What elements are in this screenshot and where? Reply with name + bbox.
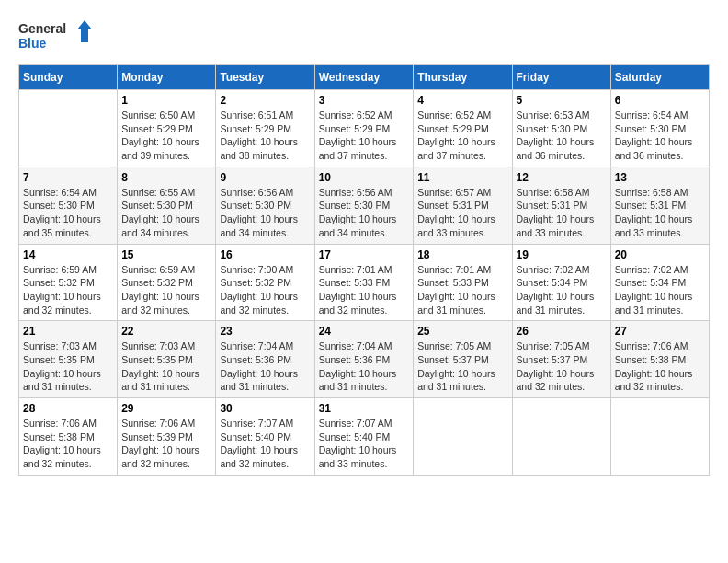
logo-svg: General Blue bbox=[18, 18, 92, 55]
day-info: Sunrise: 7:06 AM Sunset: 5:38 PM Dayligh… bbox=[23, 417, 113, 471]
day-info: Sunrise: 7:03 AM Sunset: 5:35 PM Dayligh… bbox=[23, 339, 113, 394]
calendar-cell: 22Sunrise: 7:03 AM Sunset: 5:35 PM Dayli… bbox=[118, 321, 216, 398]
calendar-cell: 13Sunrise: 6:58 AM Sunset: 5:31 PM Dayli… bbox=[610, 167, 709, 244]
header: General Blue bbox=[18, 18, 710, 55]
calendar-cell: 26Sunrise: 7:05 AM Sunset: 5:37 PM Dayli… bbox=[512, 321, 610, 398]
day-number: 24 bbox=[319, 325, 410, 338]
calendar-cell: 31Sunrise: 7:07 AM Sunset: 5:40 PM Dayli… bbox=[314, 398, 414, 476]
day-info: Sunrise: 7:05 AM Sunset: 5:37 PM Dayligh… bbox=[517, 339, 607, 394]
calendar-cell: 24Sunrise: 7:04 AM Sunset: 5:36 PM Dayli… bbox=[314, 321, 414, 398]
calendar-cell: 23Sunrise: 7:04 AM Sunset: 5:36 PM Dayli… bbox=[216, 321, 314, 398]
calendar-cell: 4Sunrise: 6:52 AM Sunset: 5:29 PM Daylig… bbox=[414, 90, 512, 167]
calendar-cell: 21Sunrise: 7:03 AM Sunset: 5:35 PM Dayli… bbox=[19, 321, 118, 398]
calendar-cell: 10Sunrise: 6:56 AM Sunset: 5:30 PM Dayli… bbox=[314, 167, 414, 244]
calendar-cell: 14Sunrise: 6:59 AM Sunset: 5:32 PM Dayli… bbox=[19, 244, 118, 321]
calendar-cell: 25Sunrise: 7:05 AM Sunset: 5:37 PM Dayli… bbox=[414, 321, 512, 398]
day-number: 5 bbox=[517, 94, 607, 107]
calendar-body: 1Sunrise: 6:50 AM Sunset: 5:29 PM Daylig… bbox=[19, 90, 710, 476]
calendar-cell: 17Sunrise: 7:01 AM Sunset: 5:33 PM Dayli… bbox=[314, 244, 414, 321]
day-number: 23 bbox=[220, 325, 310, 338]
calendar-header: SundayMondayTuesdayWednesdayThursdayFrid… bbox=[19, 65, 710, 90]
calendar-cell: 9Sunrise: 6:56 AM Sunset: 5:30 PM Daylig… bbox=[216, 167, 314, 244]
day-info: Sunrise: 7:01 AM Sunset: 5:33 PM Dayligh… bbox=[417, 263, 507, 317]
day-info: Sunrise: 6:52 AM Sunset: 5:29 PM Dayligh… bbox=[417, 109, 507, 163]
day-info: Sunrise: 6:50 AM Sunset: 5:29 PM Dayligh… bbox=[121, 109, 211, 163]
day-info: Sunrise: 6:59 AM Sunset: 5:32 PM Dayligh… bbox=[23, 263, 113, 317]
day-number: 29 bbox=[121, 402, 211, 415]
calendar-week-4: 21Sunrise: 7:03 AM Sunset: 5:35 PM Dayli… bbox=[19, 321, 710, 398]
day-info: Sunrise: 6:55 AM Sunset: 5:30 PM Dayligh… bbox=[121, 186, 211, 240]
day-info: Sunrise: 6:54 AM Sunset: 5:30 PM Dayligh… bbox=[615, 109, 705, 163]
day-number: 15 bbox=[121, 248, 211, 261]
day-info: Sunrise: 7:02 AM Sunset: 5:34 PM Dayligh… bbox=[517, 263, 607, 317]
svg-text:Blue: Blue bbox=[18, 36, 47, 51]
weekday-header-tuesday: Tuesday bbox=[216, 65, 314, 90]
day-number: 10 bbox=[319, 171, 410, 184]
calendar-cell: 7Sunrise: 6:54 AM Sunset: 5:30 PM Daylig… bbox=[19, 167, 118, 244]
day-number: 21 bbox=[23, 325, 113, 338]
calendar-cell: 12Sunrise: 6:58 AM Sunset: 5:31 PM Dayli… bbox=[512, 167, 610, 244]
day-number: 17 bbox=[319, 248, 410, 261]
day-number: 14 bbox=[23, 248, 113, 261]
calendar-cell: 28Sunrise: 7:06 AM Sunset: 5:38 PM Dayli… bbox=[19, 398, 118, 476]
calendar-cell: 20Sunrise: 7:02 AM Sunset: 5:34 PM Dayli… bbox=[610, 244, 709, 321]
day-info: Sunrise: 6:56 AM Sunset: 5:30 PM Dayligh… bbox=[319, 186, 410, 240]
day-number: 12 bbox=[517, 171, 607, 184]
day-number: 9 bbox=[220, 171, 310, 184]
day-info: Sunrise: 7:02 AM Sunset: 5:34 PM Dayligh… bbox=[615, 263, 705, 317]
weekday-header-wednesday: Wednesday bbox=[314, 65, 414, 90]
calendar-cell bbox=[414, 398, 512, 476]
calendar-cell: 3Sunrise: 6:52 AM Sunset: 5:29 PM Daylig… bbox=[314, 90, 414, 167]
day-number: 28 bbox=[23, 402, 113, 415]
day-info: Sunrise: 6:51 AM Sunset: 5:29 PM Dayligh… bbox=[220, 109, 310, 163]
day-number: 3 bbox=[319, 94, 410, 107]
calendar-cell bbox=[610, 398, 709, 476]
day-number: 4 bbox=[417, 94, 507, 107]
calendar-cell: 15Sunrise: 6:59 AM Sunset: 5:32 PM Dayli… bbox=[118, 244, 216, 321]
calendar-week-2: 7Sunrise: 6:54 AM Sunset: 5:30 PM Daylig… bbox=[19, 167, 710, 244]
weekday-header-friday: Friday bbox=[512, 65, 610, 90]
weekday-header-sunday: Sunday bbox=[19, 65, 118, 90]
day-info: Sunrise: 6:59 AM Sunset: 5:32 PM Dayligh… bbox=[121, 263, 211, 317]
calendar-cell: 18Sunrise: 7:01 AM Sunset: 5:33 PM Dayli… bbox=[414, 244, 512, 321]
calendar-cell: 6Sunrise: 6:54 AM Sunset: 5:30 PM Daylig… bbox=[610, 90, 709, 167]
calendar-week-1: 1Sunrise: 6:50 AM Sunset: 5:29 PM Daylig… bbox=[19, 90, 710, 167]
day-info: Sunrise: 6:53 AM Sunset: 5:30 PM Dayligh… bbox=[517, 109, 607, 163]
day-number: 20 bbox=[615, 248, 705, 261]
day-number: 27 bbox=[615, 325, 705, 338]
calendar-cell: 27Sunrise: 7:06 AM Sunset: 5:38 PM Dayli… bbox=[610, 321, 709, 398]
calendar-cell: 19Sunrise: 7:02 AM Sunset: 5:34 PM Dayli… bbox=[512, 244, 610, 321]
day-number: 7 bbox=[23, 171, 113, 184]
day-number: 31 bbox=[319, 402, 410, 415]
day-info: Sunrise: 7:04 AM Sunset: 5:36 PM Dayligh… bbox=[319, 339, 410, 394]
day-number: 25 bbox=[417, 325, 507, 338]
calendar-cell: 11Sunrise: 6:57 AM Sunset: 5:31 PM Dayli… bbox=[414, 167, 512, 244]
calendar-cell: 29Sunrise: 7:06 AM Sunset: 5:39 PM Dayli… bbox=[118, 398, 216, 476]
calendar-cell: 5Sunrise: 6:53 AM Sunset: 5:30 PM Daylig… bbox=[512, 90, 610, 167]
calendar-cell bbox=[19, 90, 118, 167]
day-info: Sunrise: 6:54 AM Sunset: 5:30 PM Dayligh… bbox=[23, 186, 113, 240]
calendar-cell: 2Sunrise: 6:51 AM Sunset: 5:29 PM Daylig… bbox=[216, 90, 314, 167]
logo: General Blue bbox=[18, 18, 92, 55]
day-number: 16 bbox=[220, 248, 310, 261]
day-number: 1 bbox=[121, 94, 211, 107]
day-number: 11 bbox=[417, 171, 507, 184]
svg-text:General: General bbox=[18, 21, 66, 36]
day-info: Sunrise: 6:58 AM Sunset: 5:31 PM Dayligh… bbox=[615, 186, 705, 240]
svg-marker-2 bbox=[77, 20, 92, 42]
day-info: Sunrise: 7:06 AM Sunset: 5:39 PM Dayligh… bbox=[121, 417, 211, 471]
calendar-cell: 8Sunrise: 6:55 AM Sunset: 5:30 PM Daylig… bbox=[118, 167, 216, 244]
day-number: 26 bbox=[517, 325, 607, 338]
day-number: 19 bbox=[517, 248, 607, 261]
day-number: 8 bbox=[121, 171, 211, 184]
day-info: Sunrise: 7:05 AM Sunset: 5:37 PM Dayligh… bbox=[417, 339, 507, 394]
calendar-week-5: 28Sunrise: 7:06 AM Sunset: 5:38 PM Dayli… bbox=[19, 398, 710, 476]
day-number: 30 bbox=[220, 402, 310, 415]
day-info: Sunrise: 7:07 AM Sunset: 5:40 PM Dayligh… bbox=[220, 417, 310, 471]
day-info: Sunrise: 6:52 AM Sunset: 5:29 PM Dayligh… bbox=[319, 109, 410, 163]
day-info: Sunrise: 7:03 AM Sunset: 5:35 PM Dayligh… bbox=[121, 339, 211, 394]
day-info: Sunrise: 6:56 AM Sunset: 5:30 PM Dayligh… bbox=[220, 186, 310, 240]
day-number: 2 bbox=[220, 94, 310, 107]
calendar-cell bbox=[512, 398, 610, 476]
day-number: 22 bbox=[121, 325, 211, 338]
